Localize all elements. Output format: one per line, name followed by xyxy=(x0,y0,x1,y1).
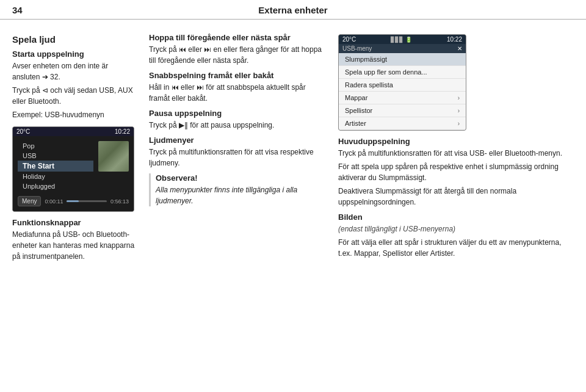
subsection-hoppa: Hoppa till föregående eller nästa spår xyxy=(149,33,326,42)
page-number: 34 xyxy=(12,5,37,15)
usb-menu-item-slump[interactable]: Slumpmässigt xyxy=(339,53,466,66)
subsection-ljud: Ljudmenyer xyxy=(149,136,326,145)
subsection-starta: Starta uppspelning xyxy=(12,49,137,59)
usb-item-label-fler: Spela upp fler som denna... xyxy=(345,68,427,76)
screen-time-end: 0:56:13 xyxy=(110,198,129,205)
screen-body-left: Pop USB The Start Holiday xyxy=(13,136,134,211)
usb-menu-item-mappar[interactable]: Mappar › xyxy=(339,92,466,104)
screen-row-thestart: The Start xyxy=(18,161,93,172)
usb-item-label-radera: Radera spellista xyxy=(345,81,393,89)
col-left: Spela ljud Starta uppspelning Avser enhe… xyxy=(12,28,146,264)
usb-screen-temp: 20°C xyxy=(342,36,356,43)
page-header: 34 Externa enheter xyxy=(0,0,586,20)
text-huvud: Tryck på multifunktionsratten för att vi… xyxy=(338,148,574,159)
row-text-thestart: The Start xyxy=(23,162,89,170)
usb-menu-label: USB-meny xyxy=(342,45,372,52)
usb-menu-item-fler[interactable]: Spela upp fler som denna... xyxy=(339,66,466,79)
battery-icon-symbol: 🔋 xyxy=(405,37,412,43)
device-screen-right: 20°C ▊▊▊ 🔋 10:22 USB-meny ✕ Slumpmässigt xyxy=(338,34,466,131)
row-text-pop: Pop xyxy=(23,142,89,150)
usb-item-arrow-mappar: › xyxy=(458,95,460,101)
device-screen-left: 20°C 10:22 Pop USB The St xyxy=(12,126,134,212)
screen-row-unplugged: Unplugged xyxy=(18,181,93,191)
screen-album-art xyxy=(98,141,129,172)
usb-item-label-artister: Artister xyxy=(345,120,366,127)
usb-item-label-mappar: Mappar xyxy=(345,94,367,101)
page-container: 34 Externa enheter Spela ljud Starta upp… xyxy=(0,0,586,392)
text-huvud2: För att spela upp spåren på respektive e… xyxy=(338,161,574,183)
screen-time-start: 0:00:11 xyxy=(45,198,63,205)
subsection-huvud: Huvuduppspelning xyxy=(338,137,574,146)
usb-menu-item-spellistor[interactable]: Spellistor › xyxy=(339,104,466,117)
text-huvud3: Deaktivera Slumpmässigt för att återgå t… xyxy=(338,186,574,208)
section-title-spela: Spela ljud xyxy=(12,34,137,45)
screen-temp-left: 20°C xyxy=(16,128,30,135)
subsection-pausa: Pausa uppspelning xyxy=(149,109,326,118)
subsection-bilden: Bilden xyxy=(338,212,574,222)
screen-status-bar-left: 20°C 10:22 xyxy=(13,127,134,136)
bilden-paren: (endast tillgängligt i USB-menyerna) xyxy=(338,223,574,234)
col-middle: Hoppa till föregående eller nästa spår T… xyxy=(146,28,336,264)
text-starta-1: Avser enheten om den inte är ansluten ➔ … xyxy=(12,60,137,82)
screen-menu-btn[interactable]: Meny xyxy=(18,196,41,206)
signal-icon: ▊▊▊ xyxy=(391,37,403,43)
usb-close-icon[interactable]: ✕ xyxy=(457,45,462,52)
usb-item-label-spellistor: Spellistor xyxy=(345,107,372,114)
screen-controls: Meny 0:00:11 0:56:13 xyxy=(13,194,134,209)
row-text-holiday: Holiday xyxy=(23,173,89,180)
text-snabb: Håll in ⏮ eller ⏭ för att snabbspela akt… xyxy=(149,82,326,104)
subsection-snabb: Snabbspelning framåt eller bakåt xyxy=(149,71,326,80)
screen-icons: ▊▊▊ 🔋 xyxy=(391,36,412,43)
screen-progress-fill xyxy=(67,200,79,202)
screen-time-left: 10:22 xyxy=(115,128,130,135)
screen-row-pop: Pop xyxy=(18,141,93,151)
usb-item-arrow-artister: › xyxy=(458,120,460,127)
screen-track-info: Pop USB The Start Holiday xyxy=(18,141,93,191)
screen-progress-bar xyxy=(67,200,106,202)
screen-album-art-img xyxy=(98,141,129,172)
screen-row-holiday: Holiday xyxy=(18,172,93,181)
subsection-funk: Funktionsknappar xyxy=(12,218,137,227)
text-bilden: För att välja eller att spår i strukture… xyxy=(338,237,574,259)
usb-menu-item-artister[interactable]: Artister › xyxy=(339,117,466,130)
usb-item-arrow-spellistor: › xyxy=(458,107,460,114)
text-starta-2: Tryck på ⊲ och välj sedan USB, AUX eller… xyxy=(12,85,137,107)
row-text-usb: USB xyxy=(23,152,89,159)
obs-text: Alla menypunkter finns inte tillgängliga… xyxy=(156,184,326,206)
usb-item-label-slump: Slumpmässigt xyxy=(345,56,387,63)
usb-screen-time: 10:22 xyxy=(447,36,462,43)
usb-menu-header: 20°C ▊▊▊ 🔋 10:22 xyxy=(339,35,466,44)
screen-media-area: Pop USB The Start Holiday xyxy=(13,139,134,194)
text-funk: Mediafunna på USB- och Bluetooth-enheter… xyxy=(12,229,137,262)
page-title: Externa enheter xyxy=(37,5,549,15)
text-hoppa: Tryck på ⏮ eller ⏭ en eller flera gånger… xyxy=(149,44,326,66)
text-pausa: Tryck på ▶‖ för att pausa uppspelning. xyxy=(149,120,326,131)
usb-menu-body: Slumpmässigt Spela upp fler som denna...… xyxy=(339,53,466,130)
screen-row-usb: USB xyxy=(18,151,93,161)
col-right: 20°C ▊▊▊ 🔋 10:22 USB-meny ✕ Slumpmässigt xyxy=(336,28,574,264)
usb-menu-title-bar: USB-meny ✕ xyxy=(339,44,466,53)
main-content: Spela ljud Starta uppspelning Avser enhe… xyxy=(0,28,586,264)
text-ljud: Tryck på multifunktionsratten för att vi… xyxy=(149,147,326,169)
row-text-unplugged: Unplugged xyxy=(23,183,89,190)
obs-block: Observera! Alla menypunkter finns inte t… xyxy=(149,173,326,206)
text-starta-example: Exempel: USB-huvudmenyn xyxy=(12,109,137,120)
obs-title: Observera! xyxy=(156,173,326,183)
usb-menu-item-radera[interactable]: Radera spellista xyxy=(339,79,466,92)
